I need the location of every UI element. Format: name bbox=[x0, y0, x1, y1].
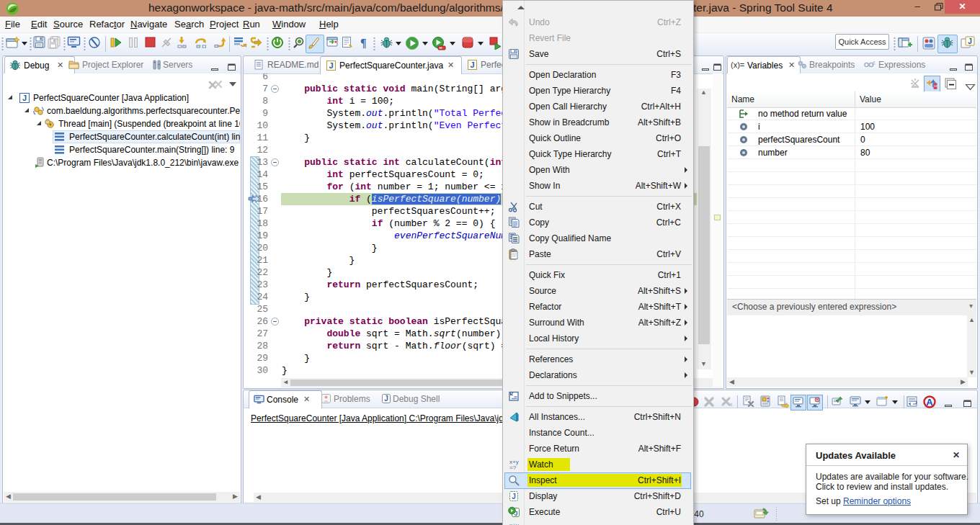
svg-text:J: J bbox=[384, 395, 388, 403]
svg-text:x+y: x+y bbox=[509, 522, 519, 525]
svg-text:J: J bbox=[968, 37, 972, 45]
svg-text:¶: ¶ bbox=[360, 37, 367, 49]
svg-text:J: J bbox=[512, 493, 516, 501]
svg-text:J: J bbox=[22, 94, 27, 102]
svg-text:A: A bbox=[926, 397, 933, 408]
svg-text:=?: =? bbox=[509, 465, 517, 470]
svg-text:J: J bbox=[470, 60, 474, 69]
svg-text:J: J bbox=[329, 61, 333, 70]
